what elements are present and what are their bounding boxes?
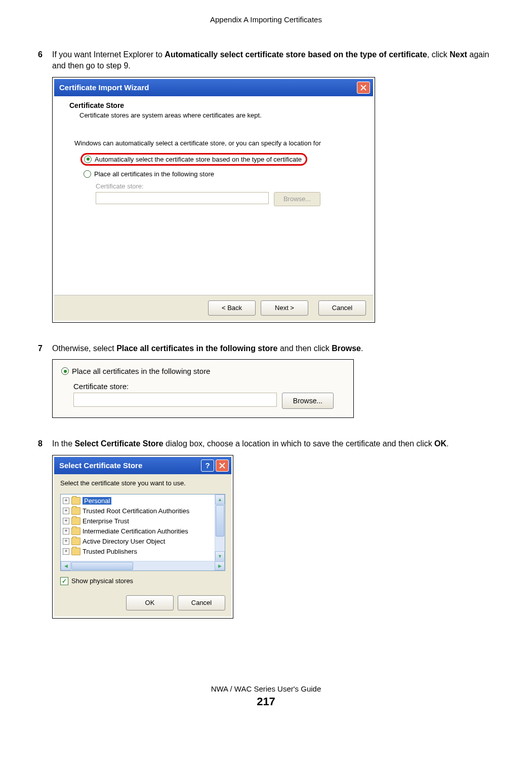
store-input bbox=[96, 192, 269, 204]
show-physical-checkbox[interactable]: ✓ Show physical stores bbox=[60, 577, 225, 585]
radio-auto-select[interactable]: Automatically select the certificate sto… bbox=[80, 153, 307, 166]
folder-icon bbox=[71, 497, 80, 505]
window-title: Select Certificate Store bbox=[59, 461, 142, 470]
radio-icon bbox=[84, 170, 91, 178]
cert-store-tree[interactable]: + Personal + Trusted Root Certification … bbox=[60, 494, 225, 571]
tree-item[interactable]: + Enterprise Trust bbox=[63, 516, 223, 526]
tree-item[interactable]: + Intermediate Certification Authorities bbox=[63, 526, 223, 537]
step-text: If you want Internet Explorer to Automat… bbox=[52, 49, 494, 72]
expand-icon[interactable]: + bbox=[63, 508, 69, 514]
scroll-left-icon[interactable]: ◀ bbox=[61, 561, 71, 570]
page-header: Appendix A Importing Certificates bbox=[38, 15, 494, 24]
help-button[interactable]: ? bbox=[201, 460, 214, 472]
folder-icon bbox=[71, 538, 80, 545]
back-button[interactable]: < Back bbox=[208, 300, 256, 316]
step-6: 6 If you want Internet Explorer to Autom… bbox=[38, 49, 494, 72]
figure-select-cert-store: Select Certificate Store ? Select the ce… bbox=[52, 455, 233, 619]
store-input[interactable] bbox=[73, 393, 277, 407]
store-label: Certificate store: bbox=[96, 182, 358, 190]
scroll-down-icon[interactable]: ▼ bbox=[215, 551, 225, 561]
next-button[interactable]: Next > bbox=[261, 300, 308, 316]
instruction-text: Windows can automatically select a certi… bbox=[74, 139, 358, 147]
tree-item[interactable]: + Trusted Publishers bbox=[63, 547, 223, 557]
folder-icon bbox=[71, 517, 80, 525]
radio-icon bbox=[84, 156, 92, 163]
step-text: In the Select Certificate Store dialog b… bbox=[52, 438, 494, 449]
section-heading: Certificate Store bbox=[69, 101, 358, 109]
close-icon bbox=[360, 85, 366, 91]
expand-icon[interactable]: + bbox=[63, 548, 69, 555]
checkbox-icon: ✓ bbox=[60, 577, 68, 585]
scroll-thumb[interactable] bbox=[216, 505, 224, 537]
expand-icon[interactable]: + bbox=[63, 518, 69, 524]
step-text: Otherwise, select Place all certificates… bbox=[52, 343, 494, 354]
browse-button-disabled: Browse... bbox=[274, 192, 320, 206]
expand-icon[interactable]: + bbox=[63, 528, 69, 534]
tree-label: Trusted Publishers bbox=[83, 548, 137, 555]
scroll-right-icon[interactable]: ▶ bbox=[215, 561, 225, 570]
step-7: 7 Otherwise, select Place all certificat… bbox=[38, 343, 494, 354]
radio-label: Place all certificates in the following … bbox=[72, 367, 210, 375]
figure-cert-import-wizard: Certificate Import Wizard Certificate St… bbox=[52, 77, 375, 323]
help-icon: ? bbox=[205, 461, 210, 470]
folder-icon bbox=[71, 527, 80, 535]
tree-item-personal[interactable]: + Personal bbox=[63, 496, 223, 506]
scroll-thumb[interactable] bbox=[71, 562, 133, 570]
tree-label: Enterprise Trust bbox=[83, 517, 129, 525]
window-title: Certificate Import Wizard bbox=[59, 83, 149, 92]
instruction-text: Select the certificate store you want to… bbox=[60, 479, 225, 487]
tree-item[interactable]: + Active Directory User Object bbox=[63, 537, 223, 547]
close-icon bbox=[219, 463, 225, 469]
figure-place-all-browse: Place all certificates in the following … bbox=[52, 359, 354, 418]
ok-button[interactable]: OK bbox=[126, 595, 174, 610]
radio-label: Automatically select the certificate sto… bbox=[95, 156, 302, 163]
footer-guide-name: NWA / WAC Series User's Guide bbox=[38, 684, 494, 693]
browse-button[interactable]: Browse... bbox=[282, 393, 334, 409]
close-button[interactable] bbox=[357, 82, 370, 94]
tree-label: Active Directory User Object bbox=[83, 538, 165, 545]
radio-icon bbox=[61, 367, 69, 375]
expand-icon[interactable]: + bbox=[63, 498, 69, 504]
titlebar: Select Certificate Store ? bbox=[54, 457, 231, 474]
tree-label: Personal bbox=[83, 497, 111, 505]
vertical-scrollbar[interactable]: ▲ ▼ bbox=[215, 494, 225, 561]
titlebar: Certificate Import Wizard bbox=[54, 79, 373, 96]
step-number: 6 bbox=[38, 49, 52, 72]
radio-label: Place all certificates in the following … bbox=[94, 170, 214, 178]
cancel-button[interactable]: Cancel bbox=[318, 300, 366, 316]
tree-item[interactable]: + Trusted Root Certification Authorities bbox=[63, 506, 223, 516]
page-number: 217 bbox=[38, 695, 494, 708]
checkbox-label: Show physical stores bbox=[71, 577, 133, 585]
tree-label: Intermediate Certification Authorities bbox=[83, 527, 188, 535]
radio-place-all[interactable]: Place all certificates in the following … bbox=[84, 169, 358, 179]
horizontal-scrollbar[interactable]: ◀ ▶ bbox=[61, 561, 225, 570]
folder-icon bbox=[71, 507, 80, 515]
expand-icon[interactable]: + bbox=[63, 538, 69, 545]
folder-icon bbox=[71, 548, 80, 555]
scroll-up-icon[interactable]: ▲ bbox=[215, 494, 225, 505]
cancel-button[interactable]: Cancel bbox=[178, 595, 225, 610]
radio-place-all[interactable]: Place all certificates in the following … bbox=[61, 365, 345, 377]
step-number: 7 bbox=[38, 343, 52, 354]
section-subtext: Certificate stores are system areas wher… bbox=[79, 111, 358, 119]
step-8: 8 In the Select Certificate Store dialog… bbox=[38, 438, 494, 449]
store-label: Certificate store: bbox=[73, 382, 345, 391]
tree-label: Trusted Root Certification Authorities bbox=[83, 507, 189, 515]
close-button[interactable] bbox=[216, 460, 229, 472]
page-footer: NWA / WAC Series User's Guide 217 bbox=[38, 684, 494, 708]
step-number: 8 bbox=[38, 438, 52, 449]
